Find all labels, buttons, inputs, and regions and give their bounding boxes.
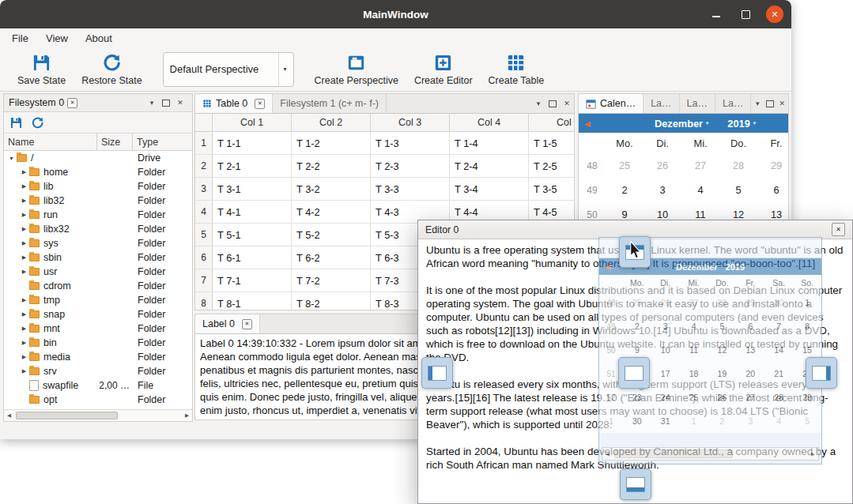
table-row-header[interactable]: 8	[195, 292, 213, 310]
tab-table0[interactable]: Table 0 ✕	[195, 94, 273, 113]
table-dock-float-button[interactable]	[545, 94, 560, 113]
tree-row[interactable]: ▶binFolder	[4, 336, 192, 350]
scrollbar-track[interactable]	[14, 410, 182, 421]
filesystem-dock-titlebar[interactable]: Filesystem 0 ✕ ▾ ✕	[4, 94, 192, 112]
create-perspective-button[interactable]: Create Perspective	[307, 51, 406, 88]
table-row-header[interactable]: 7	[195, 269, 213, 291]
tree-row[interactable]: ▶mediaFolder	[4, 350, 192, 364]
table-col-header[interactable]: Col 2	[292, 114, 371, 131]
tree-collapsed-icon[interactable]: ▶	[19, 254, 29, 261]
table-col-header[interactable]: Col 1	[213, 114, 292, 131]
column-header-size[interactable]: Size	[97, 134, 133, 150]
column-header-name[interactable]: Name	[4, 134, 97, 150]
tree-collapsed-icon[interactable]: ▶	[19, 183, 29, 190]
table-row-header[interactable]: 4	[195, 201, 213, 223]
tab-label1[interactable]: La…	[644, 94, 679, 113]
table-row-header[interactable]: 3	[195, 178, 213, 200]
table-cell[interactable]: T 3-5	[529, 178, 574, 200]
table-cell[interactable]: T 1-2	[292, 132, 371, 154]
filesystem-dock-close-button[interactable]: ✕	[173, 99, 187, 107]
create-table-button[interactable]: Create Table	[481, 51, 553, 88]
tree-collapsed-icon[interactable]: ▶	[19, 325, 29, 332]
splitter-left[interactable]	[191, 93, 194, 420]
table-cell[interactable]: T 2-4	[450, 155, 529, 177]
tree-collapsed-icon[interactable]: ▶	[19, 197, 29, 204]
table-cell[interactable]: T 1-5	[529, 132, 574, 154]
tree-row[interactable]: ▶snapFolder	[4, 307, 192, 322]
tree-collapsed-icon[interactable]: ▶	[19, 169, 29, 175]
tree-collapsed-icon[interactable]: ▶	[19, 340, 29, 346]
tree-row[interactable]: cdromFolder	[4, 279, 192, 293]
table-cell[interactable]: T 1-3	[371, 132, 450, 154]
table-cell[interactable]: T 8-2	[292, 292, 371, 310]
tree-collapsed-icon[interactable]: ▶	[19, 354, 29, 360]
table-cell[interactable]: T 4-2	[292, 201, 371, 223]
table-cell[interactable]: T 6-1	[213, 246, 292, 269]
table-cell[interactable]: T 1-4	[450, 132, 529, 154]
tab-filesystem1[interactable]: Filesystem 1 (c+ m- f-)	[273, 94, 387, 113]
calendar-day-cell[interactable]: 26	[644, 153, 681, 178]
perspective-select[interactable]: Default Perspective ▾	[163, 52, 294, 87]
create-editor-button[interactable]: Create Editor	[406, 51, 481, 88]
table-dock-close-button[interactable]: ✕	[560, 94, 574, 113]
filesystem-hscrollbar[interactable]: ◀ ▶	[4, 409, 192, 421]
menu-file[interactable]: File	[3, 30, 37, 47]
editor-close-button[interactable]: ✕	[832, 223, 845, 236]
maximize-button[interactable]	[737, 6, 754, 23]
calendar-dock-menu-button[interactable]: ▾	[751, 94, 764, 113]
calendar-day-cell[interactable]: 5	[719, 178, 757, 202]
tree-collapsed-icon[interactable]: ▶	[19, 311, 29, 318]
save-state-button[interactable]: Save State	[9, 51, 74, 88]
table-cell[interactable]: T 4-1	[213, 201, 292, 223]
table-row-header[interactable]: 6	[195, 246, 213, 269]
scrollbar-handle[interactable]	[16, 412, 118, 419]
tab-close-icon[interactable]: ✕	[255, 99, 265, 109]
table-cell[interactable]: T 7-2	[292, 269, 371, 291]
table-row-header[interactable]: 2	[195, 155, 213, 177]
calendar-day-cell[interactable]: 6	[757, 178, 788, 202]
table-cell[interactable]: T 6-2	[292, 246, 371, 269]
table-cell[interactable]: T 2-5	[529, 155, 574, 177]
tree-collapsed-icon[interactable]: ▶	[19, 240, 29, 246]
tree-collapsed-icon[interactable]: ▶	[19, 297, 29, 303]
tree-collapsed-icon[interactable]: ▶	[19, 226, 29, 232]
table-cell[interactable]: T 3-2	[292, 178, 371, 200]
drop-indicator-left[interactable]	[421, 357, 453, 389]
drop-indicator-right[interactable]	[806, 357, 837, 389]
calendar-year-button[interactable]: 2019 ▾	[727, 118, 756, 130]
filesystem-title-close-icon[interactable]: ✕	[67, 98, 77, 108]
calendar-day-cell[interactable]: 25	[606, 153, 644, 178]
tree-row[interactable]: ▶lib32Folder	[4, 194, 192, 208]
calendar-prev-icon[interactable]: ◀	[584, 114, 591, 133]
filesystem-restore-button[interactable]	[31, 116, 44, 130]
table-cell[interactable]: T 2-3	[371, 155, 450, 177]
tree-row[interactable]: ▶runFolder	[4, 208, 192, 222]
table-cell[interactable]: T 3-1	[213, 178, 292, 200]
table-dock-menu-button[interactable]: ▾	[531, 94, 545, 113]
tree-row[interactable]: ▶libFolder	[4, 179, 192, 194]
calendar-day-cell[interactable]: 28	[719, 153, 757, 178]
tree-row[interactable]: ▶libx32Folder	[4, 222, 192, 236]
calendar-day-cell[interactable]: 4	[681, 178, 719, 202]
calendar-month-button[interactable]: Dezember ▾	[655, 118, 708, 130]
tree-row[interactable]: ▶sysFolder	[4, 236, 192, 250]
table-cell[interactable]: T 2-2	[292, 155, 371, 177]
tab-label0[interactable]: Label 0 ✕	[195, 314, 260, 333]
filesystem-dock-float-button[interactable]	[159, 100, 173, 107]
column-header-type[interactable]: Type	[133, 134, 192, 150]
calendar-dock-float-button[interactable]	[764, 94, 776, 113]
window-titlebar[interactable]: MainWindow ✕	[0, 0, 791, 28]
calendar-dock-close-button[interactable]: ✕	[776, 94, 788, 113]
tree-row[interactable]: optFolder	[4, 393, 192, 407]
tree-row[interactable]: ▶mntFolder	[4, 322, 192, 336]
close-button[interactable]: ✕	[766, 6, 783, 23]
tree-row[interactable]: ▶homeFolder	[4, 165, 192, 179]
table-cell[interactable]: T 5-1	[213, 224, 292, 246]
tree-collapsed-icon[interactable]: ▶	[19, 212, 29, 218]
scroll-left-icon[interactable]: ◀	[4, 412, 14, 419]
table-col-header[interactable]: Col 5	[529, 114, 575, 131]
table-col-header[interactable]: Col 3	[371, 114, 450, 131]
table-cell[interactable]: T 5-2	[292, 224, 371, 246]
table-col-header[interactable]: Col 4	[450, 114, 529, 131]
drop-indicator-center[interactable]	[618, 357, 650, 389]
